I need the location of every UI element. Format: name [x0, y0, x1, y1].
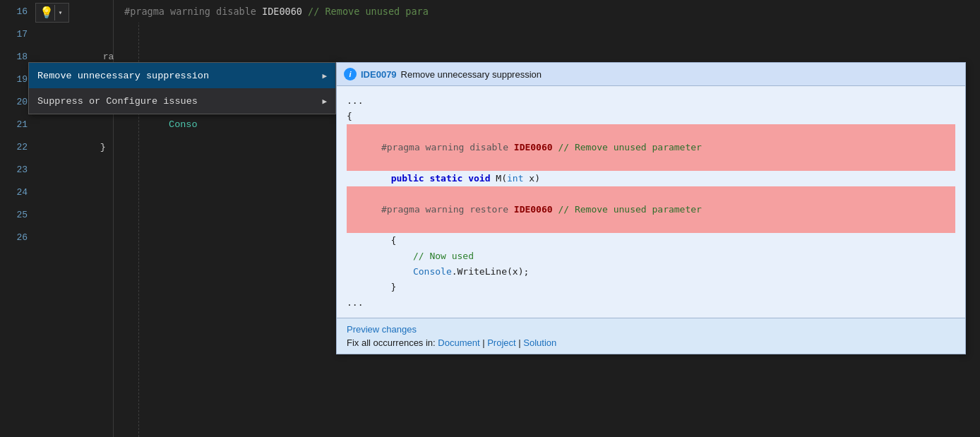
tooltip-title: Remove unnecessary suppression: [401, 69, 542, 80]
code-line-5: // Now used: [347, 249, 955, 264]
code-line-7: }: [347, 280, 955, 295]
code-line-6: Console.WriteLine(x);: [347, 264, 955, 280]
menu-item-remove-suppression-label: Remove unnecessary suppression: [37, 71, 322, 81]
tooltip-body: ... { #pragma warning disable IDE0060 //…: [337, 86, 965, 318]
context-menu: Remove unnecessary suppression ▶ Suppres…: [28, 62, 336, 114]
lightbulb-container: 💡 ▾: [35, 1, 148, 24]
fix-all-label: Fix all occurrences in:: [347, 337, 438, 348]
code-line-1: ...: [347, 93, 955, 109]
code-line-2: {: [347, 109, 955, 124]
line-number-16: 16: [0, 6, 39, 17]
tooltip-id: IDE0079: [361, 69, 397, 80]
lightbulb-dropdown-arrow[interactable]: ▾: [54, 5, 66, 20]
info-icon: i: [344, 68, 357, 80]
menu-item-suppress-configure-label: Suppress or Configure issues: [37, 96, 322, 107]
menu-item-remove-suppression-arrow: ▶: [322, 71, 327, 80]
fix-solution-link[interactable]: Solution: [523, 337, 556, 348]
fix-project-link[interactable]: Project: [487, 337, 515, 348]
tooltip-panel: i IDE0079 Remove unnecessary suppression…: [336, 62, 966, 354]
info-icon-text: i: [349, 70, 351, 78]
tooltip-header: i IDE0079 Remove unnecessary suppression: [337, 63, 965, 86]
menu-item-suppress-configure[interactable]: Suppress or Configure issues ▶: [29, 88, 335, 114]
code-line-removed-2: #pragma warning restore IDE0060 // Remov…: [347, 186, 955, 233]
menu-item-suppress-configure-arrow: ▶: [322, 97, 327, 106]
fix-document-link[interactable]: Document: [438, 337, 479, 348]
preview-changes-link[interactable]: Preview changes: [347, 324, 417, 335]
lightbulb-button[interactable]: 💡 ▾: [35, 3, 69, 23]
code-line-4: {: [347, 233, 955, 249]
code-line-removed-1: #pragma warning disable IDE0060 // Remov…: [347, 124, 955, 171]
pragma-line-16: #pragma warning disable IDE0060 // Remov…: [119, 0, 980, 23]
code-line-3: public static void M(int x): [347, 171, 955, 186]
fix-all-line: Fix all occurrences in: Document | Proje…: [347, 337, 955, 348]
lightbulb-icon: 💡: [39, 5, 54, 20]
code-line-8: ...: [347, 295, 955, 311]
tooltip-footer: Preview changes Fix all occurrences in: …: [337, 318, 965, 354]
menu-item-remove-suppression[interactable]: Remove unnecessary suppression ▶: [29, 63, 335, 88]
